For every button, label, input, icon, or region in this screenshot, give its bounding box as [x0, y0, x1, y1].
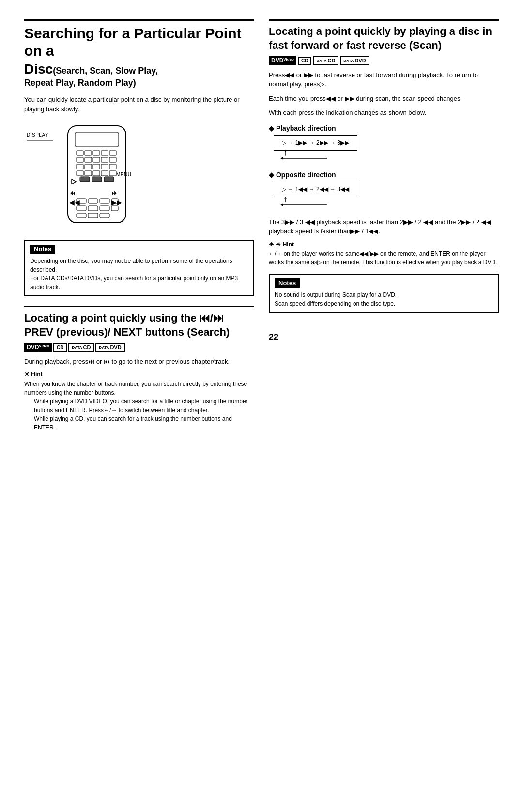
- notes-text-right: No sound is output during Scan play for …: [275, 291, 493, 308]
- svg-rect-30: [104, 177, 114, 182]
- hint-title-text-right: ☀ Hint: [276, 241, 294, 248]
- notes-box-right: Notes No sound is output during Scan pla…: [269, 274, 499, 313]
- badge-datadvd-search: DATADVD: [95, 343, 124, 352]
- svg-marker-45: [280, 203, 283, 206]
- notes-right-2: Scan speed differs depending on the disc…: [275, 299, 493, 308]
- svg-rect-14: [85, 164, 92, 169]
- svg-rect-13: [77, 164, 83, 169]
- disc-word: Disc: [24, 61, 53, 77]
- hint-text-right: ←/→ on the player works the same◀◀/▶▶ on…: [269, 249, 499, 267]
- badge-dvdvideo-search: DVDVideo: [24, 343, 52, 352]
- search-badges: DVDVideo CD DATACD DATADVD: [24, 343, 254, 352]
- notes-box-left: Notes Depending on the disc, you may not…: [24, 240, 254, 296]
- hint-section-left: ☀ Hint When you know the chapter or trac…: [24, 371, 254, 432]
- menu-label-text: MENU: [116, 172, 131, 177]
- top-divider-left: [24, 19, 254, 21]
- badge-datadvd-right: DATADVD: [340, 56, 369, 65]
- svg-rect-19: [85, 171, 92, 176]
- svg-rect-4: [85, 151, 92, 155]
- svg-rect-39: [77, 213, 86, 218]
- svg-rect-40: [88, 213, 98, 218]
- hint-right: ☀ ☀ Hint ←/→ on the player works the sam…: [269, 241, 499, 267]
- svg-rect-18: [77, 171, 83, 176]
- page-layout: Searching for a Particular Point on a Di…: [24, 19, 499, 437]
- right-body-3: With each press the indication changes a…: [269, 108, 499, 118]
- badge-datacd-right: DATACD: [313, 56, 338, 65]
- search-body-text: During playback, press⏭ or ⏮ to go to th…: [24, 357, 254, 367]
- search-section-title: Locating a point quickly using the ⏮/⏭ P…: [24, 311, 254, 339]
- opposite-direction-section: Opposite direction ▷ → 1◀◀ → 2◀◀ → 3◀◀ ↑: [269, 171, 499, 210]
- svg-rect-5: [93, 151, 100, 155]
- svg-rect-9: [85, 157, 92, 162]
- right-body-1: Press◀◀ or ▶▶ to fast reverse or fast fo…: [269, 70, 499, 89]
- loop-line-opposite: [274, 201, 332, 208]
- svg-rect-37: [100, 206, 109, 211]
- badge-datacd-search: DATACD: [68, 343, 94, 352]
- hint-icon-left: ☀: [24, 371, 30, 378]
- notes-right-1: No sound is output during Scan play for …: [275, 291, 493, 299]
- svg-rect-12: [109, 157, 116, 162]
- notes-title-right: Notes: [275, 278, 300, 288]
- svg-rect-11: [101, 157, 108, 162]
- svg-rect-15: [93, 164, 100, 169]
- svg-rect-29: [92, 177, 102, 182]
- svg-rect-41: [100, 213, 109, 218]
- page-number: 22: [269, 332, 278, 342]
- hint-indent-1: While playing a DVD VIDEO, you can searc…: [34, 397, 254, 414]
- hint-icon-right: ☀: [269, 241, 274, 248]
- intro-text: You can quickly locate a particular poin…: [24, 95, 254, 114]
- opposite-direction-label: Opposite direction: [269, 171, 499, 179]
- playback-direction-section: Playback direction ▷ → 1▶▶ → 2▶▶ → 3▶▶ ↑: [269, 124, 499, 163]
- svg-rect-16: [101, 164, 108, 169]
- playback-diagram-wrapper: ▷ → 1▶▶ → 2▶▶ → 3▶▶ ↑: [274, 135, 499, 163]
- remote-illustration: DISPLAY MENU: [24, 123, 254, 230]
- svg-rect-38: [111, 206, 118, 211]
- svg-rect-21: [101, 171, 108, 176]
- right-badges: DVDVideo CD DATACD DATADVD: [269, 56, 499, 65]
- hint-title-right: ☀ ☀ Hint: [269, 241, 499, 248]
- hint-text-left-1: When you know the chapter or track numbe…: [24, 380, 254, 397]
- notes-text-1: Depending on the disc, you may not be ab…: [30, 257, 248, 274]
- notes-text-2: For DATA CDs/DATA DVDs, you can search f…: [30, 274, 248, 291]
- display-label: DISPLAY: [27, 132, 56, 143]
- menu-label: MENU: [116, 172, 131, 177]
- svg-rect-10: [93, 157, 100, 162]
- svg-marker-23: [72, 179, 76, 184]
- search-divider: [24, 306, 254, 307]
- svg-rect-2: [75, 132, 119, 147]
- svg-text:◀◀: ◀◀: [69, 199, 80, 206]
- subtitle-line: Repeat Play, Random Play): [24, 78, 254, 88]
- svg-marker-43: [280, 157, 283, 160]
- hint-indent-2: While playing a CD, you can search for a…: [34, 414, 254, 432]
- disc-line: Disc(Search, Scan, Slow Play,: [24, 61, 254, 77]
- speed-text: The 3▶▶ / 3 ◀◀ playback speed is faster …: [269, 217, 499, 236]
- svg-rect-36: [88, 206, 98, 211]
- svg-text:⏮: ⏮: [69, 189, 76, 197]
- hint-title-text-left: Hint: [31, 371, 42, 378]
- svg-text:▶▶: ▶▶: [111, 199, 122, 206]
- svg-rect-35: [77, 206, 86, 211]
- svg-rect-33: [100, 199, 109, 203]
- right-body-2: Each time you press◀◀ or ▶▶ during scan,…: [269, 94, 499, 104]
- svg-rect-20: [93, 171, 100, 176]
- opposite-diagram-wrapper: ▷ → 1◀◀ → 2◀◀ → 3◀◀ ↑: [274, 182, 499, 210]
- svg-rect-6: [101, 151, 108, 155]
- display-label-text: DISPLAY: [27, 132, 48, 138]
- right-column: Locating a point quickly by playing a di…: [269, 19, 499, 437]
- notes-text-left: Depending on the disc, you may not be ab…: [30, 257, 248, 291]
- badge-cd-right: CD: [298, 57, 311, 65]
- svg-text:⏭: ⏭: [111, 189, 118, 197]
- loop-arrow-opposite: ↑: [283, 197, 499, 201]
- svg-rect-28: [80, 177, 90, 182]
- svg-rect-8: [77, 157, 83, 162]
- badge-cd-search: CD: [53, 343, 67, 352]
- loop-line-playback: [274, 155, 332, 162]
- top-divider-right: [269, 19, 499, 21]
- playback-direction-label: Playback direction: [269, 124, 499, 132]
- remote-svg: ⏮ ⏭ ◀◀ ▶▶: [53, 123, 150, 225]
- svg-rect-17: [109, 164, 116, 169]
- notes-title-left: Notes: [30, 245, 55, 254]
- left-column: Searching for a Particular Point on a Di…: [24, 19, 254, 437]
- disc-subtitle: (Search, Scan, Slow Play,: [53, 66, 158, 76]
- right-title: Locating a point quickly by playing a di…: [269, 25, 499, 52]
